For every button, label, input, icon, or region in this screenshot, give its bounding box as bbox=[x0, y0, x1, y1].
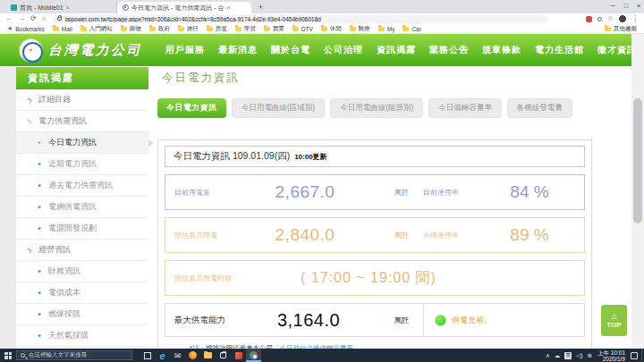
tab-close-icon[interactable]: × bbox=[66, 4, 70, 11]
action-center-icon[interactable] bbox=[631, 352, 638, 359]
back-to-top-button[interactable]: △ TOP bbox=[601, 305, 627, 336]
nav-item-power-life[interactable]: 電力生活館 bbox=[535, 44, 584, 56]
system-tray: ∧ ☁ 英 ◁) ⊕ bbox=[546, 352, 592, 359]
bookmark-item[interactable]: Car bbox=[402, 26, 420, 32]
tab-title: 首頁 - Mobile01 bbox=[20, 4, 64, 13]
row-estimated-peak: 預估最高用電 2,840.0 萬瓩 尖峰使用率 89 % bbox=[165, 217, 585, 253]
ime-indicator[interactable]: 英 bbox=[564, 352, 572, 359]
info-panel: 今日電力資訊 109.01.09(四) 10:00更新 目前用電量 2,667.… bbox=[157, 139, 592, 349]
home-icon[interactable]: ⌂ bbox=[42, 15, 47, 22]
back-icon[interactable]: ← bbox=[5, 15, 13, 22]
nav-item-announcements[interactable]: 業務公告 bbox=[429, 44, 469, 56]
browser-menu-icon[interactable]: ⋮ bbox=[631, 15, 639, 22]
sidebar-item-gas-procurement[interactable]: •天然氣採購 bbox=[16, 325, 148, 347]
taskbar-search[interactable]: 在這裡輸入文字來搜尋 bbox=[16, 350, 132, 360]
sidebar-item-operations[interactable]: ϟ經營資訊 bbox=[16, 240, 148, 261]
tray-chevron-icon[interactable]: ∧ bbox=[546, 352, 550, 359]
sidebar-item-label: 財務資訊 bbox=[48, 265, 80, 277]
chrome-taskbar-button[interactable] bbox=[246, 349, 261, 362]
profile-avatar[interactable] bbox=[619, 15, 626, 22]
bookmark-item[interactable]: My bbox=[378, 26, 395, 32]
sidebar-item-label: 過去電力供需資訊 bbox=[48, 180, 113, 191]
file-explorer-button[interactable] bbox=[200, 349, 216, 362]
bookmark-label: 購物 bbox=[130, 25, 141, 33]
bullet-icon: • bbox=[35, 266, 44, 276]
task-view-button[interactable] bbox=[140, 349, 155, 362]
site-brand[interactable]: 台灣電力公司 bbox=[20, 39, 142, 62]
sidebar-item-price-cost[interactable]: •電價成本 bbox=[16, 282, 148, 304]
bookmark-item[interactable]: 購物 bbox=[121, 25, 141, 33]
edge-taskbar-button[interactable]: e bbox=[155, 349, 170, 362]
sidebar-item-label: 電網供電資訊 bbox=[48, 201, 97, 213]
page-scrollbar[interactable] bbox=[631, 34, 644, 349]
onedrive-cloud-icon[interactable]: ☁ bbox=[555, 352, 561, 359]
taskbar-clock[interactable]: 上午 10:01 2020/1/9 bbox=[597, 349, 625, 362]
bookmark-item[interactable]: 政府 bbox=[149, 25, 170, 33]
bookmark-item[interactable]: 入門網站 bbox=[80, 25, 113, 33]
extension-icon[interactable] bbox=[586, 16, 592, 22]
left-gutter bbox=[0, 66, 16, 349]
bookmark-item[interactable]: 旅行 bbox=[178, 25, 199, 33]
store-taskbar-button[interactable] bbox=[216, 349, 231, 362]
peak-rate-value: 89 % bbox=[475, 225, 584, 245]
tab-reserve-rate[interactable]: 今日備轉容量率 bbox=[428, 98, 502, 118]
tab-close-icon[interactable]: × bbox=[226, 4, 230, 11]
reload-icon[interactable]: ⟳ bbox=[30, 15, 37, 22]
bookmark-item[interactable]: DTV bbox=[292, 26, 313, 32]
new-tab-button[interactable]: + bbox=[258, 3, 263, 13]
bookmark-item[interactable]: 休閒 bbox=[321, 25, 342, 33]
browser-tab-mobile01[interactable]: 首頁 - Mobile01 × bbox=[5, 2, 117, 13]
mail-taskbar-button[interactable]: ✉ bbox=[170, 349, 185, 362]
bullet-icon: • bbox=[35, 331, 44, 341]
bookmark-item[interactable]: 醫療 bbox=[350, 25, 370, 33]
lock-icon bbox=[57, 17, 62, 21]
firefox-taskbar-button[interactable] bbox=[185, 349, 200, 362]
minimize-button[interactable]: ─ bbox=[611, 3, 615, 9]
nav-item-disclosure[interactable]: 資訊揭露 bbox=[377, 44, 416, 56]
tab-curve-energy[interactable]: 今日用電曲線(能源別) bbox=[330, 98, 423, 118]
browser-tabstrip: 首頁 - Mobile01 × 今日電力資訊 - 電力供需資訊 - 台 × + … bbox=[0, 0, 644, 13]
sidebar-item-power-supply-demand[interactable]: ϟ電力供需資訊 bbox=[16, 111, 148, 132]
browser-tab-taipower[interactable]: 今日電力資訊 - 電力供需資訊 - 台 × bbox=[117, 2, 251, 13]
current-rate-value: 84 % bbox=[475, 182, 584, 202]
start-button[interactable] bbox=[0, 349, 16, 362]
other-bookmarks[interactable]: 其他書籤 bbox=[605, 25, 637, 33]
bookmark-star-icon[interactable]: ☆ bbox=[607, 15, 614, 22]
bookmark-item[interactable]: Mail bbox=[53, 26, 72, 32]
tab-curve-region[interactable]: 今日用電曲線(區域別) bbox=[232, 98, 325, 118]
search-extension-icon[interactable] bbox=[597, 17, 602, 21]
maximize-button[interactable]: □ bbox=[624, 3, 628, 9]
sidebar-item-detailed-catalog[interactable]: ϟ詳細目錄 bbox=[16, 89, 148, 111]
tab-today-power[interactable]: 今日電力資訊 bbox=[157, 98, 226, 118]
sidebar-item-today-power[interactable]: •今日電力資訊 bbox=[16, 132, 148, 154]
nav-item-user-services[interactable]: 用戶服務 bbox=[165, 44, 205, 56]
other-bookmarks-label: 其他書籤 bbox=[614, 25, 637, 33]
photos-taskbar-button[interactable] bbox=[231, 349, 246, 362]
sidebar-item-recent-power[interactable]: •近期電力資訊 bbox=[16, 154, 148, 175]
sidebar-item-financial[interactable]: •財務資訊 bbox=[16, 261, 148, 282]
scrollbar-thumb[interactable] bbox=[633, 98, 642, 223]
sidebar-item-label: 電價成本 bbox=[48, 287, 80, 299]
sidebar-item-label: 電力供需資訊 bbox=[38, 115, 87, 127]
bookmarks-manager[interactable]: ★ Bookmarks bbox=[7, 25, 45, 32]
nav-item-regulations[interactable]: 規章條款 bbox=[482, 44, 521, 56]
window-controls: ─ □ × bbox=[611, 0, 640, 11]
tab-unit-generation[interactable]: 各機組發電量 bbox=[507, 98, 572, 118]
bookmark-item[interactable]: 學習 bbox=[235, 25, 256, 33]
bookmark-item[interactable]: 房屋 bbox=[207, 25, 227, 33]
bookmark-item[interactable]: 買賣 bbox=[264, 25, 284, 33]
forward-icon[interactable]: → bbox=[18, 15, 25, 22]
sidebar-item-past-supply-demand[interactable]: •過去電力供需資訊 bbox=[16, 175, 148, 197]
nav-item-news[interactable]: 最新消息 bbox=[218, 44, 258, 56]
sidebar-item-power-development[interactable]: •電源開發規劃 bbox=[16, 218, 148, 240]
close-button[interactable]: × bbox=[637, 3, 640, 9]
speaker-icon[interactable]: ◁) bbox=[576, 352, 582, 359]
sidebar-item-coal-procurement[interactable]: •燃煤採購 bbox=[16, 304, 148, 325]
sidebar-item-label: 天然氣採購 bbox=[48, 330, 89, 341]
nav-item-governance[interactable]: 公司治理 bbox=[324, 44, 363, 56]
network-icon[interactable]: ⊕ bbox=[587, 352, 591, 359]
folder-icon bbox=[149, 27, 156, 31]
sidebar-item-grid-supply[interactable]: •電網供電資訊 bbox=[16, 197, 148, 218]
url-field[interactable]: taipower.com.tw/tc/page.aspx?mid=206&cid… bbox=[52, 15, 548, 23]
nav-item-about[interactable]: 關於台電 bbox=[271, 44, 310, 56]
